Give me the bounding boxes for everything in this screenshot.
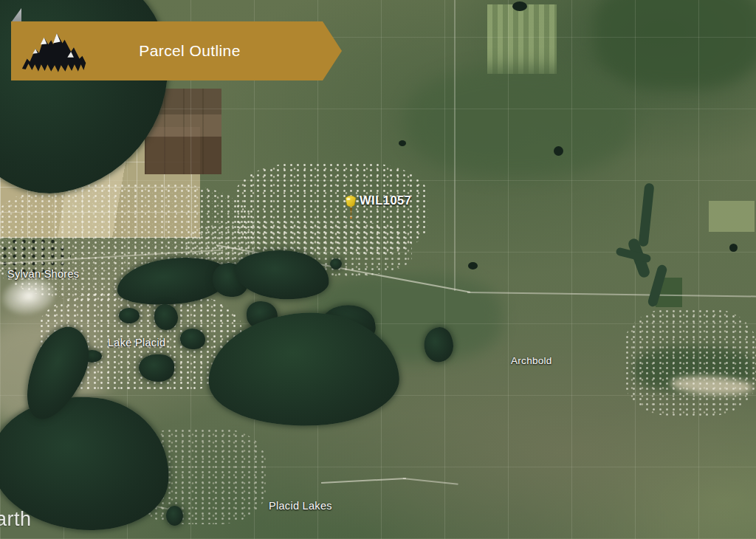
banner: Parcel Outline	[11, 21, 342, 80]
small-pond	[139, 354, 174, 382]
small-pond	[330, 258, 342, 270]
small-pond	[399, 140, 406, 146]
place-label-lake-placid: Lake Placid	[108, 337, 165, 349]
map-pin-wil1057[interactable]	[342, 195, 360, 220]
small-pond	[180, 329, 205, 349]
small-pond	[554, 146, 563, 156]
small-pond	[468, 262, 478, 270]
pushpin-icon	[342, 195, 360, 220]
small-pond	[166, 506, 183, 526]
satellite-map[interactable]: Parcel Outline WIL1057 Sylvan Shores Lak…	[0, 0, 756, 539]
pin-label: WIL1057	[360, 193, 411, 207]
small-pond	[512, 1, 527, 11]
small-pond	[729, 244, 738, 252]
earth-watermark: arth	[0, 508, 32, 531]
road	[454, 0, 456, 291]
small-pond	[154, 304, 178, 330]
small-pond	[119, 308, 140, 323]
place-label-archbold: Archbold	[511, 355, 552, 366]
place-label-placid-lakes: Placid Lakes	[269, 500, 332, 512]
place-label-sylvan-shores: Sylvan Shores	[7, 268, 79, 280]
banner-title: Parcel Outline	[11, 21, 323, 80]
